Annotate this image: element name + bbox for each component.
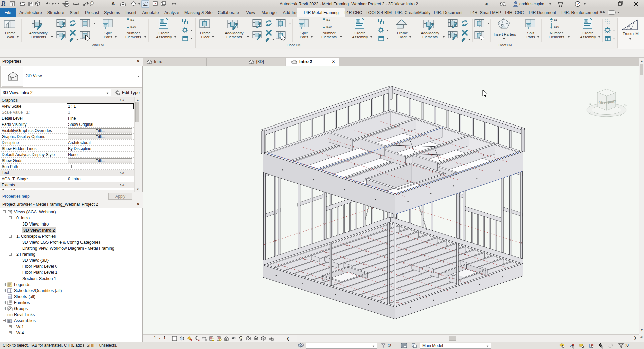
- svg-text:E1: E1: [130, 18, 134, 21]
- svg-text:E10: E10: [554, 25, 559, 28]
- svg-text:E1: E1: [326, 18, 330, 21]
- svg-text:E1: E1: [554, 18, 557, 21]
- svg-text:1: 1: [91, 2, 93, 4]
- svg-text:E10: E10: [130, 25, 136, 28]
- svg-text:?: ?: [577, 2, 579, 6]
- svg-text:E10: E10: [326, 25, 332, 28]
